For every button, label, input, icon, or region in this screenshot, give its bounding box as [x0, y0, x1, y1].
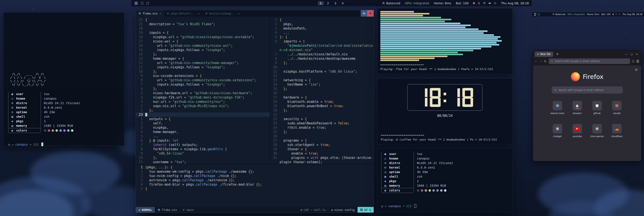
git-branch-segment[interactable]: main [180, 207, 196, 212]
workspace-tag[interactable]: 3 [332, 1, 338, 5]
record-icon[interactable] [473, 2, 475, 4]
code-line[interactable]: 22{ [136, 18, 270, 22]
code-line[interactable]: 18 nixpkgs.url = "github:nixos/nixpkgs/n… [136, 35, 270, 39]
code-line[interactable]: 16 url = "github:nix-community/nixos-wsl… [136, 44, 270, 48]
editor-pane-pkgs[interactable]: 1{pkgs, ...}: { 1 tux-awesome-wm-config … [136, 164, 374, 207]
code-line[interactable]: n-cd-minimal.nix" [270, 48, 374, 52]
code-line[interactable]: 8 forAllSystems = nixpkgs.lib.genAttrs [ [136, 147, 270, 151]
back-icon[interactable]: ← [535, 60, 538, 63]
code-line[interactable]: 28 ssh.startAgent = true; [270, 143, 374, 147]
code-line[interactable]: 5 nixos-hardware.url = "github:nixos/nix… [136, 91, 270, 95]
workspace-tag[interactable]: 4 [340, 1, 346, 5]
shortcut-tile[interactable]: a ☁ github [587, 101, 607, 114]
code-line[interactable]: 18 bluetooth.enable = true; [270, 100, 374, 104]
browser-tab[interactable]: New Tab [535, 52, 553, 57]
editor-tab[interactable]: flake.nix × [136, 10, 164, 17]
code-line[interactable]: 11 username = "tux"; [136, 160, 270, 164]
shortcut-tile[interactable]: a ☁ youtube [567, 124, 587, 137]
code-line[interactable]: 29 thunar = { [270, 147, 374, 151]
code-line[interactable]: 19 bluetooth.powerOnBoot = true; [270, 104, 374, 108]
code-line[interactable]: 10 [270, 65, 374, 69]
code-line[interactable]: 25 }; [270, 130, 374, 134]
code-line[interactable]: 13 networking = { [270, 78, 374, 82]
code-line[interactable]: 5 ... [136, 134, 270, 138]
code-line[interactable]: 3 modulesPath, [270, 26, 374, 31]
clock-text[interactable]: Thu Aug 08, 18:18 [501, 2, 529, 5]
code-line[interactable]: 21 description = "tux's NixOS Flake"; [136, 22, 270, 26]
code-line[interactable]: 22 security = { [270, 117, 374, 121]
code-line[interactable]: 19 inputs = { [136, 31, 270, 35]
code-line[interactable]: 12 [270, 74, 374, 78]
code-line[interactable]: 21 [270, 113, 374, 117]
code-line[interactable]: 1 tux-awesome-wm-config = pkgs.callPacka… [136, 169, 374, 174]
code-line[interactable]: 14 }; [136, 52, 270, 57]
shortcut-tile[interactable]: a ☁ chat.openai [587, 124, 607, 137]
close-button[interactable]: × [636, 53, 638, 56]
shortcut-tile[interactable]: a ☁ chatgpt [548, 124, 567, 137]
code-line[interactable]: 5}: { [270, 35, 374, 39]
code-line[interactable]: 13 home-manager = { [136, 57, 270, 61]
wifi-icon[interactable] [483, 2, 486, 5]
editor-tab[interactable]: pkgs/default... × [164, 10, 202, 17]
maximize-button[interactable]: ▢ [630, 53, 632, 56]
menu-icon[interactable] [534, 13, 536, 16]
editor-pane-iso[interactable]: 1{ 2 pkgs, 3 modulesPath, 4 ... 5}: { 6 … [270, 17, 374, 164]
code-line[interactable]: 8 url = "github:nix-community/nix-vscode… [136, 78, 270, 82]
workspace-tag[interactable]: 2 [325, 1, 331, 5]
code-line[interactable]: plugin thunar-volman]; [270, 160, 374, 164]
code-line[interactable]: 4 nixpkgs-f2k.url = "github:moni-dz/nixp… [136, 95, 270, 100]
shortcut-tile[interactable]: a ☁ cloudflare [607, 124, 627, 137]
code-line[interactable]: 17 nixos-wsl = { [136, 39, 270, 44]
tab-close-icon[interactable]: × [198, 12, 200, 15]
code-line[interactable]: 23 [136, 113, 270, 117]
code-line[interactable]: 15 inputs.nixpkgs.follows = "nixpkgs"; [136, 48, 270, 52]
terminal-window[interactable]: /\_/\ ____ /\ /\ / \ / \ / __ \/ V \ \ /… [3, 12, 124, 146]
shell-prompt[interactable]: ⌂ → canopus ~ ))) [381, 204, 508, 208]
editor-pane-flake[interactable]: 22{ 21 description = "tux's NixOS Flake"… [136, 17, 270, 164]
code-line[interactable]: 7 inherit (self) outputs; [136, 143, 270, 147]
code-line[interactable]: 10 ]; [136, 156, 270, 160]
menu-icon[interactable] [134, 2, 138, 5]
tray-apps-icon[interactable] [538, 14, 540, 15]
code-line[interactable]: 14 hostName = "iso"; [270, 82, 374, 87]
code-line[interactable]: 7 inputs.nixpkgs.follows = "nixpkgs"; [136, 82, 270, 87]
code-line[interactable]: 1 }; [136, 108, 270, 113]
code-line[interactable]: 20 }; [270, 108, 374, 113]
code-line[interactable]: 1{pkgs, ...}: { [136, 165, 374, 169]
newtab-search-bar[interactable] [552, 86, 623, 94]
code-line[interactable]: 23 sudo.wheelNeedsPassword = false; [270, 121, 374, 125]
code-line[interactable]: 20 [136, 26, 270, 31]
address-bar[interactable] [549, 58, 630, 64]
extensions-icon[interactable] [632, 60, 634, 63]
code-line[interactable]: 11 nixpkgs.hostPlatform = "x86_64-linux"… [270, 69, 374, 74]
shortcut-tile[interactable]: a ☁ claude [607, 101, 627, 114]
symbols-eye-button[interactable] [361, 10, 367, 17]
code-line[interactable]: 2 self, [136, 121, 270, 125]
shortcut-tile[interactable]: a ☁ search.nixos [548, 101, 567, 114]
code-line[interactable]: 30 enable = true; [270, 151, 374, 156]
code-line[interactable]: 9 nix-vscode-extensions = { [136, 74, 270, 78]
code-line[interactable]: 8 ../../modules/nixos/desktop/awesome [270, 57, 374, 61]
code-line[interactable]: 9 ]; [270, 61, 374, 65]
bluetooth-icon[interactable] [478, 2, 480, 5]
url-input[interactable] [555, 60, 628, 63]
code-line[interactable]: 24 rtkit.enable = true; [270, 125, 374, 130]
code-line[interactable]: 3 nixpkgs, [136, 125, 270, 130]
workspace-tag[interactable]: 1 [318, 1, 324, 5]
reload-icon[interactable]: ↻ [544, 60, 546, 63]
code-line[interactable]: 1{ [270, 18, 374, 22]
minimize-button[interactable]: — [625, 53, 627, 56]
shell-prompt[interactable]: ⌂ → canopus ~ ))) [8, 142, 120, 146]
code-line[interactable]: 3 astronvim = pkgs.callPackage ./astronv… [136, 178, 374, 182]
forward-icon[interactable]: → [540, 60, 542, 63]
code-line[interactable]: 2 tux-nvim-config = pkgs.callPackage ./n… [136, 174, 374, 178]
code-line[interactable]: 15 }; [270, 87, 374, 91]
new-tab-button[interactable]: + [555, 52, 560, 56]
clock-text[interactable]: Thu Aug 08, 18:18 [622, 13, 642, 16]
code-line[interactable]: 27 programs = { [270, 138, 374, 143]
editor-tab[interactable]: hosts/isoImag... × [202, 10, 242, 17]
personalize-gear-icon[interactable]: ⚙ [635, 68, 638, 72]
code-line[interactable]: "${modulesPath}/installer/cd-dvd/install… [270, 44, 374, 48]
code-line[interactable]: 2 sops-nix.url = "github:Mic92/sops-nix"… [136, 104, 270, 108]
code-line[interactable]: 3 nur.url = "github:nix-community/nur"; [136, 100, 270, 104]
